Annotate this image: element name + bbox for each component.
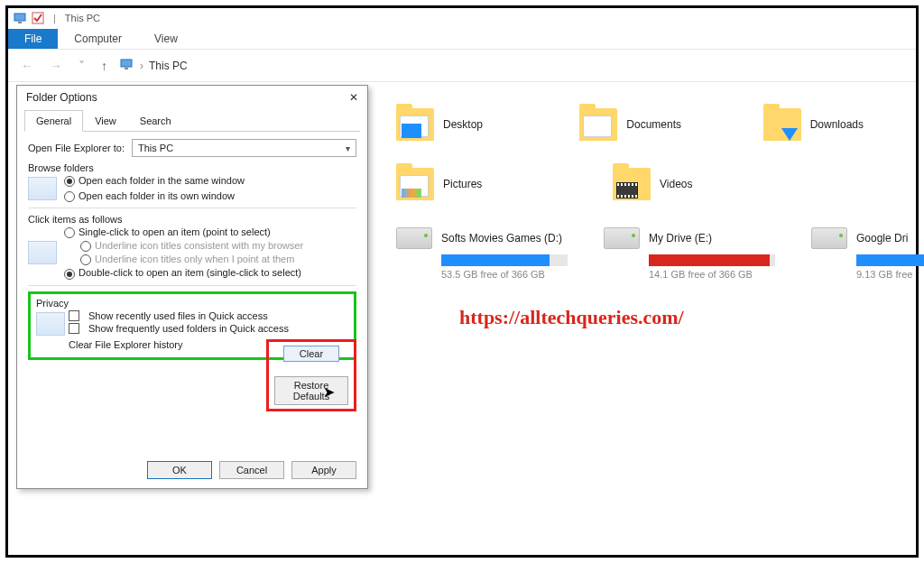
radio-own-window[interactable]: Open each folder in its own window [64, 190, 356, 202]
svg-rect-3 [121, 60, 132, 67]
ribbon-tab-computer[interactable]: Computer [58, 29, 138, 49]
ribbon-tab-view[interactable]: View [138, 29, 194, 49]
nav-forward-icon[interactable]: → [46, 59, 66, 73]
tab-view[interactable]: View [83, 110, 128, 132]
dialog-title: Folder Options [26, 91, 97, 104]
drive-icon [396, 227, 432, 249]
qat-separator: | [50, 13, 60, 23]
folder-desktop[interactable]: Desktop [396, 108, 543, 141]
drive-item[interactable]: My Drive (E:) 14.1 GB free of 366 GB [604, 227, 775, 280]
svg-rect-0 [14, 14, 25, 21]
chevron-down-icon: ▾ [346, 143, 350, 153]
open-to-label: Open File Explorer to: [28, 143, 125, 153]
address-bar: ← → ˅ ↑ › This PC [8, 50, 916, 82]
privacy-icon [36, 312, 65, 336]
folder-icon [396, 108, 434, 141]
nav-recent-icon[interactable]: ˅ [75, 59, 88, 73]
svg-rect-1 [18, 22, 22, 23]
radio-underline-browser: Underline icon titles consistent with my… [80, 240, 356, 252]
cursor-icon [28, 241, 57, 264]
folder-documents[interactable]: Documents [579, 108, 726, 141]
folder-icon [396, 168, 434, 200]
ribbon: File Computer View [8, 28, 916, 50]
drive-capacity-bar [649, 254, 775, 266]
drive-item[interactable]: Softs Movies Games (D:) 53.5 GB free of … [396, 227, 568, 280]
nav-back-icon[interactable]: ← [17, 59, 37, 73]
monitor-icon [120, 58, 134, 73]
browse-folders-label: Browse folders [28, 162, 356, 173]
privacy-label: Privacy [36, 298, 348, 309]
folder-icon [613, 168, 651, 200]
drive-capacity-bar [856, 254, 924, 266]
radio-same-window[interactable]: Open each folder in the same window [64, 175, 356, 187]
window-icon [28, 177, 57, 200]
apply-button[interactable]: Apply [291, 461, 356, 479]
drive-icon [811, 227, 847, 249]
restore-defaults-button[interactable]: Restore Defaults [274, 376, 348, 405]
breadcrumb-location: This PC [149, 60, 188, 72]
svg-rect-4 [125, 68, 128, 69]
folder-pictures[interactable]: Pictures [396, 168, 577, 200]
monitor-icon [14, 12, 26, 24]
radio-underline-point: Underline icon titles only when I point … [80, 254, 356, 265]
tab-search[interactable]: Search [128, 110, 183, 132]
open-to-select[interactable]: This PC ▾ [132, 139, 356, 157]
folder-icon [763, 108, 801, 141]
cancel-button[interactable]: Cancel [219, 461, 284, 479]
window-title: This PC [65, 13, 100, 23]
window-titlebar: | This PC [8, 8, 916, 28]
ok-button[interactable]: OK [147, 461, 212, 479]
drive-capacity-bar [441, 254, 568, 266]
ribbon-tab-file[interactable]: File [8, 29, 58, 49]
tab-general[interactable]: General [24, 110, 83, 132]
click-items-label: Click items as follows [28, 214, 356, 225]
radio-double-click[interactable]: Double-click to open an item (single-cli… [64, 267, 356, 279]
drive-icon [604, 227, 640, 249]
breadcrumb[interactable]: › This PC [120, 58, 188, 73]
radio-single-click[interactable]: Single-click to open an item (point to s… [64, 226, 356, 238]
url-watermark: https://alltechqueries.com/ [459, 306, 684, 329]
nav-up-icon[interactable]: ↑ [97, 59, 111, 73]
folder-icon [579, 108, 617, 141]
folder-videos[interactable]: Videos [613, 168, 793, 200]
check-show-recent[interactable]: Show recently used files in Quick access [69, 310, 348, 321]
folder-options-dialog: Folder Options ✕ General View Search Ope… [16, 85, 368, 489]
highlight-box: Clear Restore Defaults [266, 339, 356, 411]
checkbox-icon[interactable] [32, 12, 44, 24]
check-show-frequent[interactable]: Show frequently used folders in Quick ac… [69, 323, 348, 334]
close-icon[interactable]: ✕ [349, 91, 358, 104]
clear-button[interactable]: Clear [283, 346, 339, 362]
drive-item[interactable]: Google Dri 9.13 GB free [811, 227, 924, 280]
clear-history-label: Clear File Explorer history [69, 339, 183, 350]
folder-downloads[interactable]: Downloads [763, 108, 910, 141]
